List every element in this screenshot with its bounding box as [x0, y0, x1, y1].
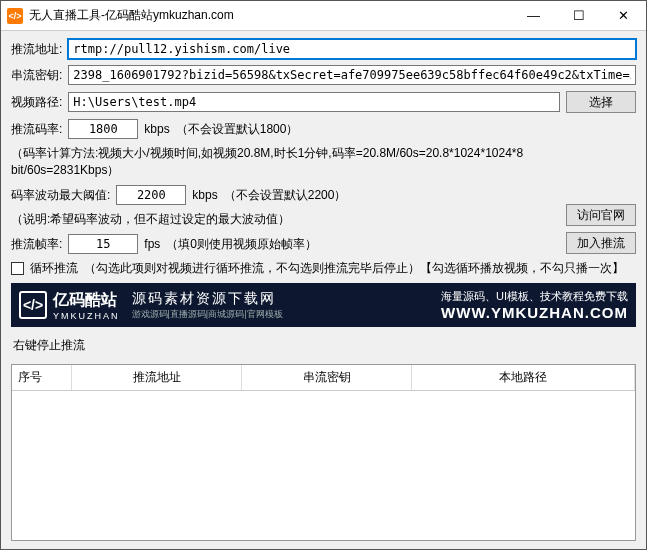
banner-right-top: 海量源码、UI模板、技术教程免费下载 [441, 289, 628, 304]
loop-label: 循环推流 [30, 260, 78, 277]
add-stream-button[interactable]: 加入推流 [566, 232, 636, 254]
col-url[interactable]: 推流地址 [72, 365, 242, 390]
table-header: 序号 推流地址 串流密钥 本地路径 [12, 365, 635, 391]
col-path[interactable]: 本地路径 [412, 365, 635, 390]
bitrate-label: 推流码率: [11, 121, 62, 138]
promo-banner[interactable]: </> 亿码酷站 YMKUZHAN 源码素材资源下载网 游戏源码|直播源码|商城… [11, 283, 636, 327]
browse-button[interactable]: 选择 [566, 91, 636, 113]
bitrate-unit: kbps [144, 122, 169, 136]
titlebar[interactable]: </> 无人直播工具-亿码酷站ymkuzhan.com — ☐ ✕ [1, 1, 646, 31]
loop-note: （勾选此项则对视频进行循环推流，不勾选则推流完毕后停止）【勾选循环播放视频，不勾… [84, 260, 624, 277]
stream-key-input[interactable] [68, 65, 636, 85]
fluctuation-unit: kbps [192, 188, 217, 202]
close-button[interactable]: ✕ [601, 1, 646, 31]
banner-url: WWW.YMKUZHAN.COM [441, 304, 628, 321]
stream-table[interactable]: 序号 推流地址 串流密钥 本地路径 [11, 364, 636, 541]
visit-site-button[interactable]: 访问官网 [566, 204, 636, 226]
minimize-button[interactable]: — [511, 1, 556, 31]
col-num[interactable]: 序号 [12, 365, 72, 390]
fps-note: （填0则使用视频原始帧率） [166, 236, 317, 253]
table-body[interactable] [12, 391, 635, 540]
fluctuation-input[interactable] [116, 185, 186, 205]
fluctuation-label: 码率波动最大阈值: [11, 187, 110, 204]
table-help: 右键停止推流 [11, 333, 636, 358]
app-window: </> 无人直播工具-亿码酷站ymkuzhan.com — ☐ ✕ 推流地址: … [0, 0, 647, 550]
app-icon: </> [7, 8, 23, 24]
bitrate-input[interactable] [68, 119, 138, 139]
banner-brand-cn: 亿码酷站 [53, 290, 120, 311]
loop-checkbox[interactable] [11, 262, 24, 275]
window-title: 无人直播工具-亿码酷站ymkuzhan.com [29, 7, 511, 24]
fps-label: 推流帧率: [11, 236, 62, 253]
banner-logo: </> 亿码酷站 YMKUZHAN [19, 290, 120, 321]
banner-brand-en: YMKUZHAN [53, 311, 120, 321]
video-path-input[interactable] [68, 92, 560, 112]
fps-input[interactable] [68, 234, 138, 254]
fluctuation-help: （说明:希望码率波动，但不超过设定的最大波动值） [11, 211, 558, 228]
push-url-input[interactable] [68, 39, 636, 59]
fps-unit: fps [144, 237, 160, 251]
bitrate-help: （码率计算方法:视频大小/视频时间,如视频20.8M,时长1分钟,码率=20.8… [11, 145, 558, 179]
client-area: 推流地址: 串流密钥: 视频路径: 选择 推流码率: kbps （不会设置默认1… [1, 31, 646, 549]
bitrate-note: （不会设置默认1800） [176, 121, 299, 138]
stream-key-label: 串流密钥: [11, 67, 62, 84]
col-key[interactable]: 串流密钥 [242, 365, 412, 390]
maximize-button[interactable]: ☐ [556, 1, 601, 31]
banner-mid-bottom: 游戏源码|直播源码|商城源码|官网模板 [132, 308, 283, 321]
fluctuation-note: （不会设置默认2200） [224, 187, 347, 204]
banner-mid-top: 源码素材资源下载网 [132, 290, 283, 308]
code-icon: </> [19, 291, 47, 319]
video-path-label: 视频路径: [11, 94, 62, 111]
push-url-label: 推流地址: [11, 41, 62, 58]
